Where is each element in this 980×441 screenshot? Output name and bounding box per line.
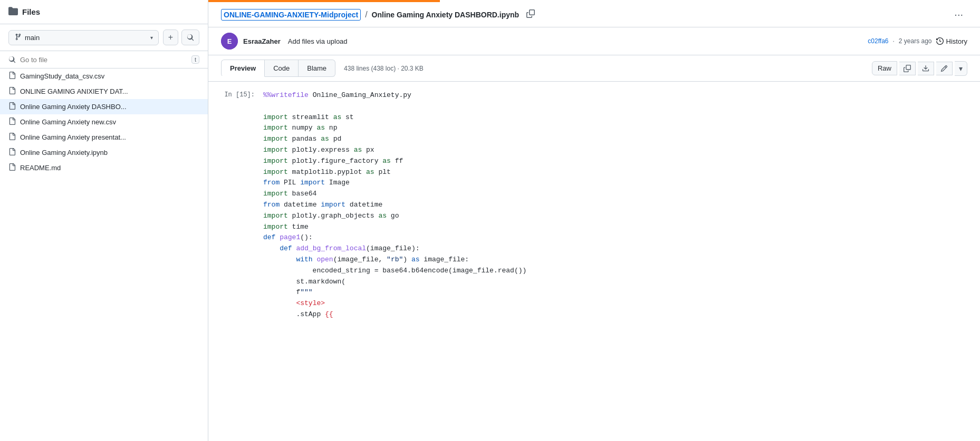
branch-bar: main ▾ + xyxy=(0,24,208,51)
file-icon xyxy=(8,163,16,172)
file-toolbar: Preview Code Blame 438 lines (438 loc) ·… xyxy=(208,55,980,82)
avatar: E xyxy=(221,33,238,50)
file-name-1: GamingStudy_data_csv.csv xyxy=(20,72,104,80)
repo-link[interactable]: ONLINE-GAMING-ANXIETY-Midproject xyxy=(221,9,361,21)
add-file-button[interactable]: + xyxy=(163,30,178,45)
commit-time: 2 years ago xyxy=(899,37,932,45)
download-button[interactable] xyxy=(918,62,934,75)
search-icon xyxy=(8,56,16,63)
files-icon xyxy=(8,6,18,17)
commit-author[interactable]: EsraaZaher xyxy=(243,37,281,45)
file-icon xyxy=(8,148,16,157)
breadcrumb: ONLINE-GAMING-ANXIETY-Midproject / Onlin… xyxy=(208,2,980,27)
more-file-options-button[interactable]: ▾ xyxy=(955,61,967,76)
file-name-6: Online Gaming Anxiety.ipynb xyxy=(20,149,108,156)
branch-actions: + xyxy=(163,30,199,45)
file-name-4: Online Gaming Anxiety new.csv xyxy=(20,118,116,126)
file-name-3: Online Gaming Anxiety DASHBO... xyxy=(20,103,127,111)
breadcrumb-separator: / xyxy=(365,10,367,19)
file-icon xyxy=(8,102,16,111)
code-cell: In [15]: %%writefile Online_Gaming_Anxie… xyxy=(208,82,980,329)
history-button[interactable]: History xyxy=(936,37,967,45)
sidebar: Files main ▾ + t GamingStudy_data_csv.cs… xyxy=(0,0,208,441)
sidebar-header: Files xyxy=(0,0,208,24)
copy-path-button[interactable] xyxy=(523,8,538,21)
file-item-3[interactable]: Online Gaming Anxiety DASHBO... xyxy=(0,99,208,114)
tab-blame[interactable]: Blame xyxy=(299,60,335,77)
chevron-down-icon: ▾ xyxy=(150,35,153,41)
file-name-2: ONLINE GAMING ANIXIETY DAT... xyxy=(20,87,128,95)
tab-preview[interactable]: Preview xyxy=(221,60,265,77)
cell-label: In [15]: xyxy=(221,90,263,99)
file-item-4[interactable]: Online Gaming Anxiety new.csv xyxy=(0,114,208,130)
search-shortcut: t xyxy=(191,55,199,64)
file-item-2[interactable]: ONLINE GAMING ANIXIETY DAT... xyxy=(0,84,208,99)
file-item-1[interactable]: GamingStudy_data_csv.csv xyxy=(0,68,208,84)
file-name-5: Online Gaming Anxiety presentat... xyxy=(20,133,126,141)
main-content: ONLINE-GAMING-ANXIETY-Midproject / Onlin… xyxy=(208,0,980,441)
toolbar-right: Raw ▾ xyxy=(872,61,967,76)
file-icon xyxy=(8,117,16,126)
history-label: History xyxy=(946,37,967,45)
search-button[interactable] xyxy=(181,30,199,45)
more-options-button[interactable]: ··· xyxy=(950,7,967,22)
commit-hash[interactable]: c02ffa6 xyxy=(868,37,888,45)
commit-separator: · xyxy=(892,37,894,45)
file-icon xyxy=(8,87,16,96)
file-item-7[interactable]: README.md xyxy=(0,160,208,175)
file-item-6[interactable]: Online Gaming Anxiety.ipynb xyxy=(0,145,208,160)
copy-content-button[interactable] xyxy=(899,62,916,75)
file-item-5[interactable]: Online Gaming Anxiety presentat... xyxy=(0,130,208,145)
branch-icon xyxy=(14,33,22,42)
code-area: In [15]: %%writefile Online_Gaming_Anxie… xyxy=(208,82,980,441)
code-block: %%writefile Online_Gaming_Anxiety.py imp… xyxy=(263,90,967,320)
svg-text:E: E xyxy=(227,37,232,45)
branch-selector[interactable]: main ▾ xyxy=(8,30,159,45)
sidebar-title: Files xyxy=(22,7,40,16)
file-list: GamingStudy_data_csv.csv ONLINE GAMING A… xyxy=(0,68,208,441)
commit-meta: c02ffa6 · 2 years ago History xyxy=(868,37,967,45)
branch-name: main xyxy=(25,34,147,42)
edit-button[interactable] xyxy=(936,62,953,75)
tab-code[interactable]: Code xyxy=(265,60,299,77)
file-name-7: README.md xyxy=(20,164,61,172)
file-icon xyxy=(8,72,16,81)
search-input[interactable] xyxy=(20,56,187,64)
commit-bar: E EsraaZaher Add files via upload c02ffa… xyxy=(208,27,980,55)
search-box: t xyxy=(0,51,208,68)
raw-button[interactable]: Raw xyxy=(872,61,897,75)
file-stats: 438 lines (438 loc) · 20.3 KB xyxy=(344,65,424,72)
breadcrumb-current: Online Gaming Anxiety DASHBORD.ipynb xyxy=(372,11,520,19)
commit-message: Add files via upload xyxy=(288,37,348,45)
file-icon xyxy=(8,133,16,142)
